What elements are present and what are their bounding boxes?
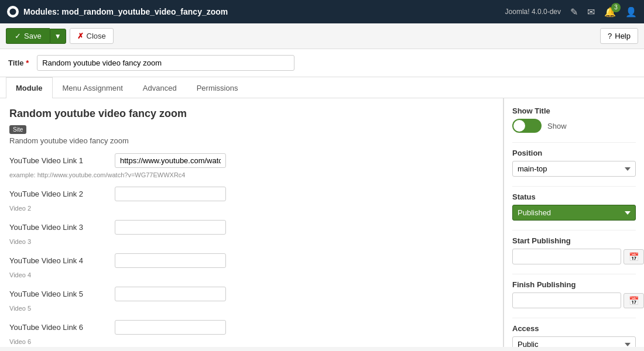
status-section: Status Published Unpublished Archived Tr… bbox=[512, 192, 636, 221]
position-section: Position main-top main-bottom sidebar-le… bbox=[512, 149, 636, 177]
video-link-1-group: YouTube Video Link 1 example: http://www… bbox=[9, 153, 494, 178]
video-link-6-row: YouTube Video Link 6 bbox=[9, 320, 494, 335]
video-link-4-input[interactable] bbox=[115, 253, 226, 268]
finish-publishing-label: Finish Publishing bbox=[512, 280, 636, 289]
position-label: Position bbox=[512, 149, 636, 157]
help-button[interactable]: ? Help bbox=[600, 28, 638, 44]
module-title: Random youtube video fancy zoom bbox=[9, 108, 494, 120]
video-link-5-row: YouTube Video Link 5 bbox=[9, 287, 494, 301]
edit-icon[interactable]: ✎ bbox=[570, 6, 578, 18]
video-link-2-label: YouTube Video Link 2 bbox=[9, 187, 109, 198]
access-label: Access bbox=[512, 324, 636, 333]
divider-2 bbox=[512, 186, 636, 187]
video-link-4-group: YouTube Video Link 4 Video 4 bbox=[9, 253, 494, 278]
divider-1 bbox=[512, 142, 636, 143]
tabs: Module Menu Assignment Advanced Permissi… bbox=[0, 77, 644, 98]
finish-publishing-input[interactable] bbox=[512, 292, 621, 308]
divider-5 bbox=[512, 318, 636, 318]
save-check-icon: ✓ bbox=[15, 32, 21, 40]
show-title-toggle-row: Show bbox=[512, 119, 636, 133]
video-link-2-group: YouTube Video Link 2 Video 2 bbox=[9, 187, 494, 212]
save-dropdown-button[interactable]: ▼ bbox=[50, 29, 66, 44]
video-link-2-row: YouTube Video Link 2 bbox=[9, 187, 494, 201]
finish-publishing-section: Finish Publishing 📅 bbox=[512, 280, 636, 308]
video-link-6-group: YouTube Video Link 6 Video 6 bbox=[9, 320, 494, 345]
show-title-toggle[interactable] bbox=[512, 119, 542, 133]
start-publishing-date-row: 📅 bbox=[512, 249, 636, 264]
video-link-5-hint: Video 5 bbox=[9, 305, 494, 312]
tab-permissions[interactable]: Permissions bbox=[187, 77, 248, 98]
video-link-4-hint: Video 4 bbox=[9, 271, 494, 278]
save-button-group: ✓ Save ▼ bbox=[6, 28, 66, 44]
video-link-5-label: YouTube Video Link 5 bbox=[9, 287, 109, 298]
video-link-6-hint: Video 6 bbox=[9, 338, 494, 345]
user-icon[interactable]: 👤 bbox=[625, 6, 637, 18]
tab-advanced[interactable]: Advanced bbox=[133, 77, 187, 98]
toolbar-right: ? Help bbox=[600, 28, 638, 44]
title-label: Title * bbox=[8, 58, 29, 67]
close-button[interactable]: ✗ Close bbox=[70, 28, 114, 44]
video-link-3-input[interactable] bbox=[115, 220, 226, 235]
video-link-3-hint: Video 3 bbox=[9, 238, 494, 245]
title-required: * bbox=[26, 58, 29, 67]
module-subtitle: Random youtube video fancy zoom bbox=[9, 136, 494, 145]
access-section: Access Public Guest Registered Special S… bbox=[512, 324, 636, 347]
joomla-logo bbox=[7, 6, 19, 18]
toggle-knob bbox=[513, 120, 525, 132]
save-button[interactable]: ✓ Save bbox=[6, 28, 50, 44]
video-link-3-row: YouTube Video Link 3 bbox=[9, 220, 494, 235]
mail-icon[interactable]: ✉ bbox=[587, 6, 595, 18]
title-row: Title * bbox=[0, 49, 644, 77]
video-link-6-input[interactable] bbox=[115, 320, 226, 335]
status-label: Status bbox=[512, 192, 636, 201]
svg-point-0 bbox=[9, 8, 16, 15]
show-toggle-label: Show bbox=[547, 122, 567, 130]
right-panel: Show Title Show Position main-top main-b… bbox=[503, 98, 644, 347]
help-icon: ? bbox=[608, 32, 612, 40]
show-title-label: Show Title bbox=[512, 106, 636, 115]
divider-4 bbox=[512, 274, 636, 274]
video-link-3-label: YouTube Video Link 3 bbox=[9, 220, 109, 232]
save-label: Save bbox=[24, 32, 42, 40]
video-link-1-label: YouTube Video Link 1 bbox=[9, 153, 109, 165]
video-link-1-row: YouTube Video Link 1 bbox=[9, 153, 494, 168]
status-select[interactable]: Published Unpublished Archived Trashed bbox=[512, 205, 636, 221]
video-link-5-group: YouTube Video Link 5 Video 5 bbox=[9, 287, 494, 312]
finish-publishing-date-row: 📅 bbox=[512, 292, 636, 308]
start-publishing-label: Start Publishing bbox=[512, 236, 636, 245]
start-publishing-input[interactable] bbox=[512, 249, 621, 264]
topbar-left: Modules: mod_random_youtube_video_fancy_… bbox=[7, 6, 228, 18]
notification-icon[interactable]: 🔔 3 bbox=[604, 6, 616, 18]
start-publishing-calendar-button[interactable]: 📅 bbox=[624, 249, 644, 264]
notification-badge: 3 bbox=[611, 3, 621, 12]
video-link-2-input[interactable] bbox=[115, 187, 226, 201]
main-content: Random youtube video fancy zoom Site Ran… bbox=[0, 98, 644, 347]
video-link-4-label: YouTube Video Link 4 bbox=[9, 253, 109, 265]
show-title-section: Show Title Show bbox=[512, 106, 636, 133]
topbar: Modules: mod_random_youtube_video_fancy_… bbox=[0, 0, 644, 23]
title-label-text: Title bbox=[8, 58, 24, 67]
video-link-2-hint: Video 2 bbox=[9, 205, 494, 212]
page-title: Modules: mod_random_youtube_video_fancy_… bbox=[23, 7, 228, 16]
tab-module[interactable]: Module bbox=[6, 77, 53, 98]
close-label: Close bbox=[87, 32, 106, 40]
toolbar-left: ✓ Save ▼ ✗ Close bbox=[6, 28, 114, 44]
close-x-icon: ✗ bbox=[77, 32, 84, 40]
video-link-1-hint: example: http://www.youtube.com/watch?v=… bbox=[9, 171, 494, 178]
left-panel: Random youtube video fancy zoom Site Ran… bbox=[0, 98, 503, 347]
tab-menu-assignment[interactable]: Menu Assignment bbox=[53, 77, 133, 98]
start-publishing-section: Start Publishing 📅 bbox=[512, 236, 636, 264]
video-link-6-label: YouTube Video Link 6 bbox=[9, 320, 109, 332]
divider-3 bbox=[512, 230, 636, 230]
position-select[interactable]: main-top main-bottom sidebar-left sideba… bbox=[512, 161, 636, 177]
topbar-right: Joomla! 4.0.0-dev ✎ ✉ 🔔 3 👤 bbox=[505, 6, 637, 18]
finish-publishing-calendar-button[interactable]: 📅 bbox=[624, 293, 644, 308]
access-select[interactable]: Public Guest Registered Special Super Us… bbox=[512, 336, 636, 347]
brand-label: Joomla! 4.0.0-dev bbox=[505, 8, 561, 16]
toolbar: ✓ Save ▼ ✗ Close ? Help bbox=[0, 23, 644, 49]
title-input[interactable] bbox=[37, 55, 294, 71]
video-link-1-input[interactable] bbox=[115, 153, 226, 168]
help-label: Help bbox=[615, 32, 631, 40]
video-link-5-input[interactable] bbox=[115, 287, 226, 301]
video-link-4-row: YouTube Video Link 4 bbox=[9, 253, 494, 268]
